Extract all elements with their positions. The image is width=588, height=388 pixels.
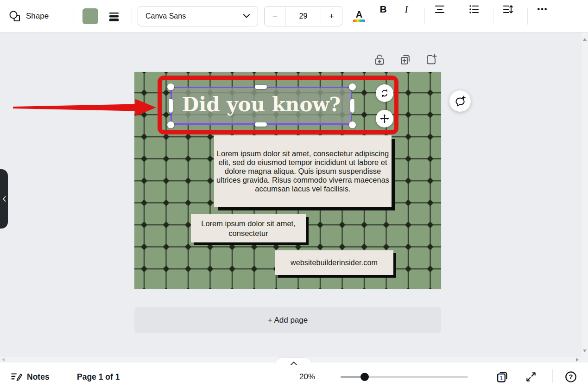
align-center-icon [434,4,445,15]
scroll-right-arrow-icon[interactable] [576,358,579,362]
zoom-level-label: 20% [299,369,315,385]
caption-text: Lorem ipsum dolor sit amet, consectetur [198,219,298,238]
fullscreen-icon [525,371,537,383]
move-button[interactable] [376,110,393,127]
notes-label: Notes [27,372,50,382]
add-comment-icon [454,95,466,107]
italic-button[interactable]: I [397,0,416,19]
add-page-icon-button[interactable] [424,53,437,66]
font-size-increase-button[interactable]: + [321,6,342,26]
statusbar-divider [552,369,553,383]
font-family-select[interactable]: Canva Sans [138,6,258,26]
toolbar-divider [74,8,74,25]
chevron-left-icon [2,196,6,202]
zoom-slider-track[interactable] [341,376,468,378]
website-card[interactable]: websitebuilderinsider.com [275,250,393,275]
add-comment-button[interactable] [449,90,471,112]
resize-handle-right[interactable] [350,99,354,113]
rotate-icon [379,88,390,98]
font-size-input[interactable] [285,6,321,26]
bold-button[interactable]: B [374,0,392,19]
heading-text: Did you know? [182,95,341,116]
svg-text:?: ? [569,373,573,381]
lock-button[interactable] [373,53,386,66]
font-family-value: Canva Sans [145,12,186,20]
more-dots-icon: ••• [537,5,548,13]
help-icon: ? [564,370,577,383]
statusbar-collapse-tab[interactable] [275,358,312,370]
fullscreen-button[interactable] [525,369,537,385]
add-page-icon [425,53,437,66]
toolbar-divider [424,8,425,25]
resize-handle-top[interactable] [255,85,267,89]
website-text: websitebuilderinsider.com [291,259,378,267]
shape-icon [8,10,21,23]
scroll-left-arrow-icon[interactable] [2,358,5,362]
bulleted-list-icon [468,4,480,15]
resize-handle-left[interactable] [169,99,173,113]
resize-handle-bottom-left[interactable] [167,121,174,128]
page-indicator[interactable]: Page 1 of 1 [77,369,120,385]
toolbar-divider [493,8,493,25]
lock-icon [373,53,386,66]
text-align-button[interactable] [430,0,449,19]
font-size-decrease-button[interactable]: − [265,6,285,26]
paragraph-card[interactable]: Lorem ipsum dolor sit amet, consectetur … [214,135,392,207]
top-toolbar: Shape Canva Sans − + A [0,0,588,32]
toolbar-divider [527,8,528,25]
duplicate-icon [399,53,411,66]
scroll-up-arrow-icon[interactable] [583,38,587,41]
paragraph-text: Lorem ipsum dolor sit amet, consectetur … [216,149,390,193]
duplicate-button[interactable] [398,53,411,66]
text-color-button[interactable]: A [350,0,368,32]
side-panel-collapse-tab[interactable] [0,169,8,229]
toolbar-divider [132,8,132,25]
selected-text-element[interactable]: Did you know? [171,87,352,125]
notes-pencil-icon [10,371,22,383]
scroll-down-arrow-icon[interactable] [583,350,587,352]
rotate-button[interactable] [376,84,393,102]
fill-color-swatch[interactable] [82,8,98,24]
move-icon [379,114,390,124]
svg-text:1: 1 [500,375,503,382]
line-spacing-icon [502,4,513,15]
element-context-actions [373,53,437,66]
grid-view-button[interactable]: 1 [496,369,509,385]
resize-handle-top-right[interactable] [349,83,356,90]
border-weight-icon [108,11,120,22]
more-options-button[interactable]: ••• [533,0,552,19]
add-page-button[interactable]: + Add page [134,307,441,333]
pages-icon: 1 [496,370,509,383]
border-weight-button[interactable] [105,0,123,32]
font-size-stepper: − + [264,6,342,26]
chevron-down-icon [243,14,250,19]
vertical-scrollbar[interactable] [582,32,588,363]
canvas-workspace: Lorem ipsum dolor sit amet, consectetur … [0,32,588,363]
shape-tool-button[interactable]: Shape [8,0,49,32]
text-color-icon: A [353,10,365,22]
resize-handle-bottom-right[interactable] [349,121,356,128]
annotation-arrow [9,97,158,118]
zoom-slider[interactable] [341,369,468,385]
shape-tool-label: Shape [26,12,49,21]
notes-button[interactable]: Notes [10,369,50,385]
resize-handle-bottom[interactable] [255,122,267,127]
line-spacing-button[interactable] [499,0,517,19]
bulleted-list-button[interactable] [465,0,483,19]
toolbar-divider [459,8,459,25]
help-button[interactable]: ? [564,369,577,385]
chevron-up-icon [290,361,297,366]
caption-card[interactable]: Lorem ipsum dolor sit amet, consectetur [191,214,306,242]
zoom-slider-thumb[interactable] [360,373,369,381]
canva-editor: Shape Canva Sans − + A [0,0,588,388]
resize-handle-top-left[interactable] [167,83,174,90]
